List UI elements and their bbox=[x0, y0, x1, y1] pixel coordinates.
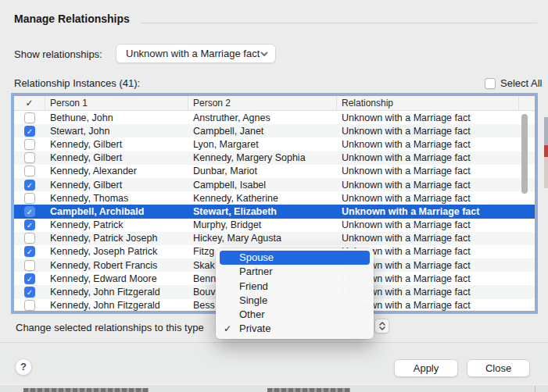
person1-cell: Kennedy, Gilbert bbox=[45, 152, 188, 163]
person1-cell: Kennedy, Robert Francis bbox=[45, 260, 188, 271]
row-checkbox[interactable] bbox=[24, 193, 35, 204]
table-row[interactable]: Bethune, JohnAnstruther, AgnesUnknown wi… bbox=[14, 111, 535, 124]
row-checkbox[interactable] bbox=[24, 152, 35, 163]
person2-cell: Hickey, Mary Agusta bbox=[188, 233, 337, 244]
person2-cell: Kennedy, Margery Sophia bbox=[188, 152, 337, 163]
relationship-cell: Unknown with a Marriage fact bbox=[337, 233, 535, 244]
row-checkbox-cell bbox=[14, 139, 45, 150]
column-header-checked[interactable]: ✓ bbox=[14, 96, 45, 110]
menu-item-partner[interactable]: Partner bbox=[216, 265, 374, 279]
person1-cell: Campbell, Archibald bbox=[45, 206, 188, 217]
show-relationships-dropdown[interactable]: Unknown with a Marriage fact bbox=[116, 44, 276, 63]
menu-item-label: Single bbox=[239, 294, 267, 306]
title-divider bbox=[141, 23, 537, 23]
person1-cell: Kennedy, Alexander bbox=[45, 166, 188, 176]
person1-cell: Kennedy, Edward Moore bbox=[45, 273, 188, 284]
help-button[interactable]: ? bbox=[15, 358, 32, 376]
row-checkbox[interactable] bbox=[24, 273, 35, 284]
vertical-scrollbar[interactable] bbox=[521, 114, 528, 194]
table-row[interactable]: Kennedy, GilbertCampbell, IsabelUnknown … bbox=[14, 178, 535, 191]
close-button[interactable]: Close bbox=[467, 359, 530, 377]
table-row[interactable]: Stewart, JohnCampbell, JanetUnknown with… bbox=[14, 124, 535, 137]
menu-item-label: Private bbox=[239, 323, 270, 334]
row-checkbox[interactable] bbox=[24, 206, 35, 217]
person2-cell: Campbell, Isabel bbox=[188, 180, 337, 191]
column-header-person2[interactable]: Person 2 bbox=[188, 96, 337, 110]
relationship-cell: Unknown with a Marriage fact bbox=[337, 139, 535, 150]
row-checkbox-cell bbox=[14, 180, 45, 191]
menu-item-label: Partner bbox=[239, 265, 273, 277]
select-all-control[interactable]: Select All bbox=[485, 77, 542, 89]
row-checkbox[interactable] bbox=[24, 300, 35, 311]
table-row[interactable]: Kennedy, GilbertLyon, MargaretUnknown wi… bbox=[14, 137, 535, 151]
show-relationships-label: Show relationships: bbox=[14, 48, 102, 60]
person1-cell: Kennedy, John Fitzgerald bbox=[45, 287, 188, 298]
background-window-sliver bbox=[0, 384, 548, 392]
apply-button[interactable]: Apply bbox=[394, 359, 458, 377]
relationship-type-menu: SpousePartnerFriendSingleOther✓Private bbox=[216, 248, 374, 339]
menu-item-label: Friend bbox=[239, 280, 268, 292]
row-checkbox[interactable] bbox=[24, 246, 35, 257]
relationship-cell: Unknown with a Marriage fact bbox=[337, 112, 535, 123]
type-popup-stepper[interactable] bbox=[374, 319, 389, 333]
table-row[interactable]: Kennedy, AlexanderDunbar, MariotUnknown … bbox=[14, 165, 535, 178]
select-all-label: Select All bbox=[500, 77, 542, 89]
table-header: ✓ Person 1 Person 2 Relationship bbox=[14, 96, 535, 111]
row-checkbox[interactable] bbox=[24, 233, 35, 244]
person2-cell: Anstruther, Agnes bbox=[188, 112, 337, 123]
row-checkbox[interactable] bbox=[24, 139, 35, 150]
select-all-checkbox[interactable] bbox=[485, 78, 496, 89]
row-checkbox[interactable] bbox=[24, 126, 35, 137]
row-checkbox[interactable] bbox=[24, 112, 35, 123]
column-header-person1[interactable]: Person 1 bbox=[45, 96, 188, 110]
background-text-fragment bbox=[23, 388, 149, 392]
show-relationships-value: Unknown with a Marriage fact bbox=[126, 48, 260, 59]
person2-cell: Stewart, Elizabeth bbox=[188, 206, 337, 217]
person2-cell: Dunbar, Mariot bbox=[188, 166, 337, 176]
row-checkbox-cell bbox=[14, 246, 45, 257]
row-checkbox-cell bbox=[14, 126, 45, 137]
row-checkbox-cell bbox=[14, 166, 45, 176]
row-checkbox-cell bbox=[14, 206, 45, 217]
row-checkbox[interactable] bbox=[24, 219, 35, 230]
row-checkbox[interactable] bbox=[24, 287, 35, 298]
menu-item-spouse[interactable]: Spouse bbox=[220, 251, 370, 265]
checkmark-icon: ✓ bbox=[224, 322, 231, 336]
chevron-down-icon bbox=[260, 52, 268, 57]
row-checkbox[interactable] bbox=[24, 180, 35, 191]
relationship-cell: Unknown with a Marriage fact bbox=[337, 193, 535, 204]
table-row[interactable]: Kennedy, ThomasKennedy, KatherineUnknown… bbox=[14, 191, 535, 205]
dialog-title: Manage Relationships bbox=[14, 12, 130, 25]
person2-cell: Lyon, Margaret bbox=[188, 139, 337, 150]
column-header-spacer bbox=[519, 96, 535, 110]
row-checkbox[interactable] bbox=[24, 260, 35, 271]
relationship-cell: Unknown with a Marriage fact bbox=[337, 180, 535, 191]
menu-item-other[interactable]: Other bbox=[216, 308, 374, 322]
person2-cell: Campbell, Janet bbox=[188, 126, 337, 137]
relationship-cell: Unknown with a Marriage fact bbox=[337, 219, 535, 230]
manage-relationships-dialog: Manage Relationships Show relationships:… bbox=[0, 0, 548, 384]
menu-item-single[interactable]: Single bbox=[216, 294, 374, 308]
relationship-cell: Unknown with a Marriage fact bbox=[337, 126, 535, 137]
table-row[interactable]: Kennedy, GilbertKennedy, Margery SophiaU… bbox=[14, 151, 535, 165]
change-type-label: Change selected relationships to this ty… bbox=[16, 322, 204, 333]
row-checkbox-cell bbox=[14, 112, 45, 123]
chevron-up-icon bbox=[379, 322, 385, 326]
relationship-cell: Unknown with a Marriage fact bbox=[337, 152, 535, 163]
background-window-edge bbox=[544, 117, 548, 145]
person2-cell: Kennedy, Katherine bbox=[188, 193, 337, 204]
table-row[interactable]: Kennedy, PatrickMurphy, BridgetUnknown w… bbox=[14, 219, 535, 232]
person1-cell: Bethune, John bbox=[45, 112, 188, 123]
relationship-cell: Unknown with a Marriage fact bbox=[337, 206, 535, 217]
table-row[interactable]: Kennedy, Patrick JosephHickey, Mary Agus… bbox=[14, 232, 535, 245]
menu-item-friend[interactable]: Friend bbox=[216, 280, 374, 294]
menu-item-private[interactable]: ✓Private bbox=[216, 322, 374, 336]
column-header-relationship[interactable]: Relationship bbox=[337, 96, 519, 110]
row-checkbox-cell bbox=[14, 193, 45, 204]
row-checkbox-cell bbox=[14, 300, 45, 311]
row-checkbox[interactable] bbox=[24, 166, 35, 176]
chevron-down-icon bbox=[379, 326, 385, 330]
row-checkbox-cell bbox=[14, 233, 45, 244]
table-row[interactable]: Campbell, ArchibaldStewart, ElizabethUnk… bbox=[14, 205, 535, 218]
person2-cell: Murphy, Bridget bbox=[188, 219, 337, 230]
